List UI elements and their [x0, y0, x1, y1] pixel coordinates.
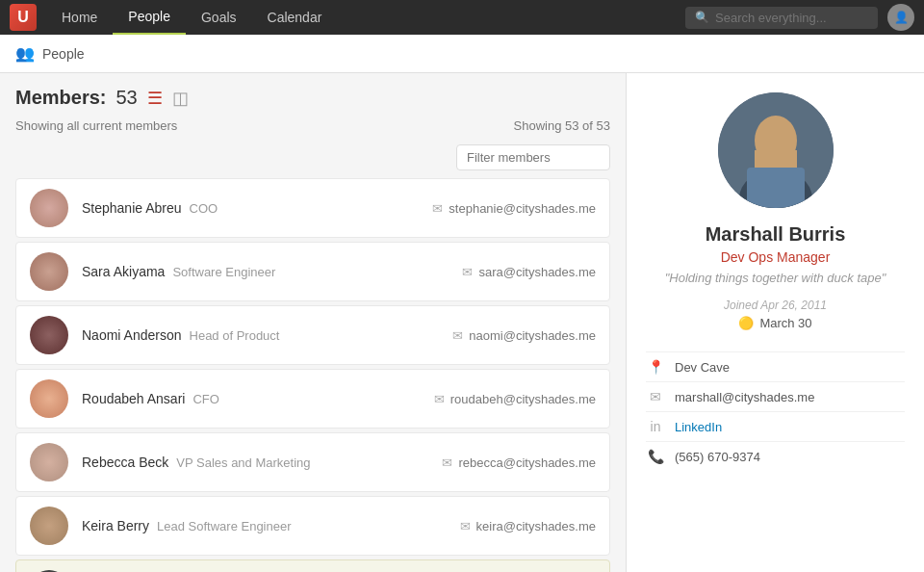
right-panel: Marshall Burris Dev Ops Manager "Holding… [626, 73, 924, 572]
member-email: ✉ keira@cityshades.me [460, 519, 596, 533]
member-info: Keira Berry Lead Software Engineer [82, 518, 460, 533]
member-list: Stephanie Abreu COO ✉ stephanie@cityshad… [0, 178, 626, 572]
phone-row: 📞 (565) 670-9374 [646, 441, 905, 471]
email-icon: ✉ [432, 201, 443, 216]
member-role: Lead Software Engineer [157, 519, 291, 533]
profile-name: Marshall Burris [706, 223, 846, 246]
member-avatar [30, 252, 68, 291]
location-icon: 📍 [646, 359, 665, 375]
member-row[interactable]: Rebecca Beck VP Sales and Marketing ✉ re… [15, 432, 610, 492]
member-name: Rebecca Beck [82, 455, 168, 470]
profile-role: Dev Ops Manager [721, 249, 831, 265]
members-count: 53 [116, 87, 137, 109]
member-avatar [30, 443, 68, 481]
profile-birthday: 🟡 March 30 [738, 316, 811, 330]
member-info: Stephanie Abreu COO [82, 200, 432, 216]
filter-input[interactable] [456, 144, 610, 170]
member-avatar [30, 189, 68, 227]
email-icon: ✉ [442, 455, 452, 470]
member-row[interactable]: Marshall Burris Dev Ops Manager ✉ marsha… [15, 559, 610, 572]
member-role: Head of Product [190, 328, 280, 343]
phone-value: (565) 670-9374 [675, 450, 760, 464]
member-avatar [30, 379, 68, 418]
birthday-icon: 🟡 [738, 316, 754, 330]
nav-items: Home People Goals Calendar [46, 0, 685, 35]
email-text: keira@cityshades.me [476, 519, 596, 533]
people-breadcrumb-icon: 👥 [15, 44, 35, 63]
profile-joined: Joined Apr 26, 2011 [724, 299, 827, 312]
user-avatar[interactable]: 👤 [887, 4, 914, 31]
linkedin-row[interactable]: in LinkedIn [646, 411, 905, 441]
member-email: ✉ stephanie@cityshades.me [432, 201, 596, 216]
member-avatar [30, 507, 68, 545]
linkedin-icon: in [646, 419, 665, 434]
breadcrumb-label: People [42, 46, 85, 62]
member-name: Stephanie Abreu [82, 200, 182, 216]
member-info: Naomi Anderson Head of Product [82, 327, 452, 343]
nav-calendar[interactable]: Calendar [252, 0, 338, 35]
members-subheader: Showing all current members Showing 53 o… [0, 117, 626, 141]
member-name: Roudabeh Ansari [82, 391, 185, 406]
members-title: Members: [15, 87, 106, 109]
email-text: roudabeh@cityshades.me [450, 392, 596, 406]
search-input[interactable] [715, 11, 868, 25]
email-icon: ✉ [646, 389, 665, 404]
showing-label: Showing all current members [15, 118, 177, 133]
location-row: 📍 Dev Cave [646, 351, 905, 381]
member-email: ✉ naomi@cityshades.me [452, 328, 596, 343]
showing-count: Showing 53 of 53 [514, 118, 610, 133]
svg-rect-3 [755, 150, 797, 169]
linkedin-value[interactable]: LinkedIn [675, 420, 722, 434]
member-avatar [30, 316, 68, 354]
profile-details: 📍 Dev Cave ✉ marshall@cityshades.me in L… [646, 351, 905, 471]
svg-rect-4 [747, 168, 805, 208]
profile-quote: "Holding things together with duck tape" [665, 271, 886, 285]
member-row[interactable]: Sara Akiyama Software Engineer ✉ sara@ci… [15, 242, 610, 301]
member-role: VP Sales and Marketing [176, 455, 310, 470]
email-row: ✉ marshall@cityshades.me [646, 381, 905, 411]
email-text: stephanie@cityshades.me [449, 201, 596, 216]
nav-people[interactable]: People [113, 0, 186, 35]
search-icon: 🔍 [695, 11, 709, 24]
member-row[interactable]: Stephanie Abreu COO ✉ stephanie@cityshad… [15, 178, 610, 238]
email-value: marshall@cityshades.me [675, 390, 814, 404]
location-value: Dev Cave [675, 360, 730, 375]
member-name: Sara Akiyama [82, 264, 165, 279]
email-icon: ✉ [434, 392, 445, 406]
email-text: sara@cityshades.me [478, 265, 596, 279]
list-view-icon[interactable]: ☰ [147, 88, 163, 109]
member-name: Keira Berry [82, 518, 149, 533]
member-role: Software Engineer [172, 265, 275, 279]
member-email: ✉ rebecca@cityshades.me [442, 455, 596, 470]
app-logo[interactable]: U [10, 4, 37, 31]
search-bar[interactable]: 🔍 [685, 7, 878, 29]
member-info: Rebecca Beck VP Sales and Marketing [82, 455, 442, 470]
top-nav: U Home People Goals Calendar 🔍 👤 [0, 0, 924, 35]
member-row[interactable]: Roudabeh Ansari CFO ✉ roudabeh@cityshade… [15, 369, 610, 429]
email-icon: ✉ [460, 519, 471, 533]
member-role: CFO [192, 392, 218, 406]
email-text: naomi@cityshades.me [469, 328, 596, 343]
email-icon: ✉ [462, 265, 473, 279]
email-text: rebecca@cityshades.me [458, 455, 596, 470]
filter-area [0, 141, 626, 178]
member-info: Roudabeh Ansari CFO [82, 391, 434, 406]
birthday-date: March 30 [759, 316, 811, 330]
email-icon: ✉ [452, 328, 463, 343]
members-header: Members: 53 ☰ ◫ [0, 73, 626, 117]
member-name: Naomi Anderson [82, 327, 182, 343]
profile-photo [718, 92, 834, 208]
member-email: ✉ roudabeh@cityshades.me [434, 392, 596, 406]
phone-icon: 📞 [646, 449, 665, 464]
main-content: Members: 53 ☰ ◫ Showing all current memb… [0, 73, 924, 572]
member-row[interactable]: Naomi Anderson Head of Product ✉ naomi@c… [15, 305, 610, 365]
nav-home[interactable]: Home [46, 0, 113, 35]
member-row[interactable]: Keira Berry Lead Software Engineer ✉ kei… [15, 496, 610, 556]
nav-goals[interactable]: Goals [186, 0, 252, 35]
breadcrumb: 👥 People [0, 35, 924, 73]
member-info: Sara Akiyama Software Engineer [82, 264, 462, 279]
member-email: ✉ sara@cityshades.me [462, 265, 596, 279]
left-panel: Members: 53 ☰ ◫ Showing all current memb… [0, 73, 626, 572]
grid-view-icon[interactable]: ◫ [172, 88, 189, 109]
member-role: COO [190, 201, 218, 216]
